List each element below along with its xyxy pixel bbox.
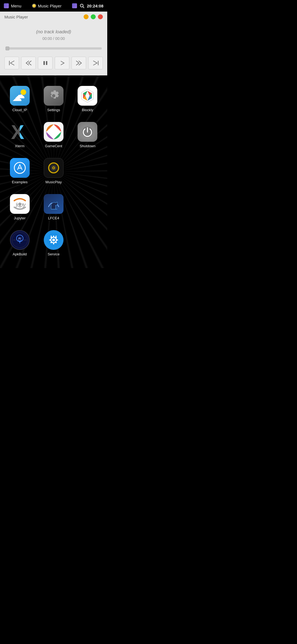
svg-point-39: [53, 243, 54, 244]
progress-thumb[interactable]: [6, 47, 9, 50]
service-icon: [44, 230, 64, 250]
examples-label: Examples: [12, 180, 28, 184]
svg-line-1: [83, 7, 84, 8]
jupyter-label: Jupyter: [14, 216, 26, 220]
app-item-apkbuild[interactable]: AI ApkBuild: [3, 225, 37, 261]
status-time: 20:24:08: [87, 4, 103, 8]
examples-icon: [10, 158, 30, 178]
service-label: Service: [48, 252, 59, 256]
status-app-label: Music Player: [38, 4, 62, 8]
desktop: ☁ Cloud_IP Settings: [0, 75, 107, 268]
svg-point-49: [51, 236, 52, 237]
maximize-button[interactable]: [91, 14, 96, 19]
gamecent-icon: [44, 122, 64, 142]
apkbuild-icon: AI: [10, 230, 30, 250]
app-item-settings[interactable]: Settings: [37, 81, 70, 117]
svg-rect-4: [46, 61, 47, 65]
app-item-cloud-ip[interactable]: ☁ Cloud_IP: [3, 81, 37, 117]
shutdown-label: Shutdown: [79, 144, 95, 148]
shutdown-icon: [78, 122, 97, 142]
app-dot-icon: [32, 4, 36, 8]
search-icon[interactable]: [79, 3, 85, 9]
blockly-icon: [78, 86, 97, 106]
status-bar: Menu Music Player 20:24:08: [0, 0, 107, 12]
lfce4-icon: [44, 194, 64, 214]
jupyter-icon: ju py: [10, 194, 30, 214]
fast-forward-button[interactable]: [72, 57, 86, 69]
app-item-examples[interactable]: Examples: [3, 153, 37, 189]
player-controls: [0, 54, 107, 70]
rewind-button[interactable]: [21, 57, 36, 69]
minimize-button[interactable]: [84, 14, 89, 19]
svg-point-44: [50, 242, 52, 243]
svg-point-50: [56, 236, 57, 237]
app-item-lfce4[interactable]: LFCE4: [37, 189, 70, 225]
cloud-ip-icon: ☁: [10, 86, 30, 106]
app-item-service[interactable]: Service: [37, 225, 70, 261]
app-item-musicplay[interactable]: MusicPlay: [37, 153, 70, 189]
lfce4-label: LFCE4: [48, 216, 59, 220]
skip-back-button[interactable]: [4, 57, 19, 69]
svg-point-13: [51, 129, 56, 135]
svg-text:py: py: [20, 202, 26, 208]
app-item-blockly[interactable]: Blockly: [71, 81, 105, 117]
svg-point-38: [53, 236, 54, 238]
musicplay-label: MusicPlay: [45, 180, 62, 184]
blockly-label: Blockly: [82, 108, 93, 112]
xterm-label: Xterm: [15, 144, 24, 148]
window-titlebar: Music Player: [0, 12, 107, 21]
gamecent-label: GameCent: [45, 144, 62, 148]
svg-point-46: [52, 239, 55, 241]
app-item-xterm[interactable]: X X Xterm: [3, 117, 37, 153]
status-cube-icon: [72, 3, 77, 8]
app-item-gamecent[interactable]: GameCent: [37, 117, 70, 153]
cloud-ip-label: Cloud_IP: [12, 108, 27, 112]
svg-point-8: [86, 94, 89, 97]
track-name: (no track loaded): [6, 29, 102, 35]
svg-point-45: [55, 242, 57, 243]
window-title: Music Player: [4, 15, 28, 19]
track-info: (no track loaded) 00:00 / 00:00: [0, 21, 107, 43]
xterm-icon: X X: [10, 122, 30, 142]
track-time: 00:00 / 00:00: [6, 36, 102, 41]
music-player-window: Music Player (no track loaded) 00:00 / 0…: [0, 12, 107, 75]
progress-bar[interactable]: [6, 47, 102, 50]
menu-label[interactable]: Menu: [11, 4, 21, 8]
svg-rect-3: [43, 61, 45, 65]
apkbuild-label: ApkBuild: [13, 252, 27, 256]
app-item-shutdown[interactable]: Shutdown: [71, 117, 105, 153]
svg-point-22: [53, 167, 54, 168]
status-right: 20:24:08: [72, 3, 103, 9]
settings-label: Settings: [47, 108, 60, 112]
window-controls: [84, 14, 103, 19]
svg-text:ju: ju: [15, 202, 20, 208]
app-grid-row-1: ☁ Cloud_IP Settings: [0, 75, 107, 267]
status-left: Menu: [4, 3, 21, 8]
svg-text:AI: AI: [18, 237, 21, 240]
svg-point-40: [50, 239, 51, 241]
settings-icon: [44, 86, 64, 106]
app-item-jupyter[interactable]: ju py Jupyter: [3, 189, 37, 225]
play-button[interactable]: [55, 57, 69, 69]
menu-cube-icon: [4, 3, 9, 8]
pause-button[interactable]: [38, 57, 53, 69]
status-center: Music Player: [32, 4, 62, 8]
close-button[interactable]: [98, 14, 103, 19]
skip-forward-button[interactable]: [88, 57, 103, 69]
musicplay-icon: [44, 158, 64, 178]
svg-point-41: [56, 239, 57, 241]
